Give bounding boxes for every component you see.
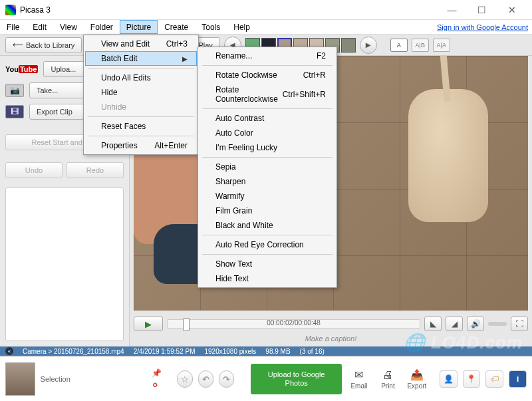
titlebar: Picasa 3 — ☐ ✕ bbox=[0, 0, 532, 20]
timeline-track[interactable]: 00:00:02/00:00:48 bbox=[167, 319, 420, 329]
batch-edit-item-warmify[interactable]: Warmify bbox=[200, 189, 335, 203]
email-icon: ✉ bbox=[354, 368, 363, 381]
caption-input[interactable]: Make a caption! bbox=[130, 334, 532, 346]
clear-selection-icon[interactable]: ⭘ bbox=[152, 380, 162, 390]
status-filesize: 98.9 MB bbox=[265, 348, 290, 355]
batch-edit-item-auto-contrast[interactable]: Auto Contrast bbox=[200, 111, 335, 126]
signin-link[interactable]: Sign in with Google Account bbox=[437, 20, 532, 34]
picture-menu-item-hide[interactable]: Hide bbox=[85, 85, 197, 100]
minimize-button[interactable]: — bbox=[437, 0, 467, 20]
batch-edit-item-rotate-counterclockwise[interactable]: Rotate CounterclockwiseCtrl+Shift+R bbox=[200, 82, 335, 106]
playback-bar: ▶ 00:00:02/00:00:48 ◣ ◢ 🔊 ⛶ bbox=[134, 313, 528, 334]
menu-item-shortcut: Ctrl+Shift+R bbox=[283, 90, 326, 99]
menu-folder[interactable]: Folder bbox=[84, 20, 120, 34]
batch-edit-item-black-and-white[interactable]: Black and White bbox=[200, 218, 335, 233]
volume-slider[interactable] bbox=[488, 322, 507, 326]
viewmode-compare-aa[interactable]: A|A bbox=[433, 39, 450, 52]
menu-item-label: Hide bbox=[101, 88, 118, 97]
status-datetime: 2/4/2019 1:59:52 PM bbox=[134, 348, 196, 355]
picture-menu-item-properties[interactable]: PropertiesAlt+Enter bbox=[85, 138, 197, 153]
batch-edit-item-auto-red-eye-correction[interactable]: Auto Red Eye Correction bbox=[200, 237, 335, 252]
export-icon: 📤 bbox=[410, 368, 424, 381]
timeline-play-button[interactable]: ▶ bbox=[134, 317, 163, 331]
menu-item-label: View and Edit bbox=[101, 39, 150, 49]
star-button[interactable]: ☆ bbox=[177, 370, 192, 388]
status-path: Camera > 20150726_210158.mp4 bbox=[23, 348, 124, 355]
export-tool[interactable]: 📤Export bbox=[405, 368, 428, 390]
menu-item-label: Undo All Edits bbox=[101, 73, 151, 82]
picture-menu-item-undo-all-edits[interactable]: Undo All Edits bbox=[85, 70, 197, 85]
email-label: Email bbox=[350, 382, 367, 390]
redo-button[interactable]: Redo bbox=[66, 162, 124, 178]
email-tool[interactable]: ✉Email bbox=[347, 368, 370, 390]
menu-picture[interactable]: Picture bbox=[120, 20, 158, 34]
batch-edit-item-rotate-clockwise[interactable]: Rotate ClockwiseCtrl+R bbox=[200, 68, 335, 82]
trim-start-button[interactable]: ◣ bbox=[424, 317, 442, 331]
volume-icon[interactable]: 🔊 bbox=[467, 317, 484, 331]
picture-menu-separator bbox=[88, 116, 194, 117]
upload-google-photos-button[interactable]: Upload to Google Photos bbox=[251, 364, 342, 394]
back-to-library-button[interactable]: ⟵ Back to Library bbox=[5, 37, 82, 53]
status-index: (3 of 16) bbox=[300, 348, 325, 355]
menu-help[interactable]: Help bbox=[227, 20, 257, 34]
submenu-arrow-icon: ▶ bbox=[182, 55, 188, 63]
trim-end-button[interactable]: ◢ bbox=[446, 317, 463, 331]
next-image-button[interactable]: ► bbox=[360, 37, 377, 54]
menu-item-label: Batch Edit bbox=[101, 54, 138, 63]
bottom-tray: Selection 📌 ⭘ ☆ ↶ ↷ Upload to Google Pho… bbox=[0, 356, 532, 401]
menu-item-label: Rotate Clockwise bbox=[215, 70, 277, 80]
rotate-ccw-button[interactable]: ↶ bbox=[198, 370, 213, 388]
hold-selection-icon[interactable]: 📌 bbox=[152, 368, 162, 378]
print-label: Print bbox=[381, 382, 395, 390]
batch-edit-item-i-m-feeling-lucky[interactable]: I'm Feeling Lucky bbox=[200, 140, 335, 155]
close-button[interactable]: ✕ bbox=[497, 0, 527, 20]
timeline-scrubber[interactable] bbox=[183, 318, 190, 331]
batch-edit-item-show-text[interactable]: Show Text bbox=[200, 257, 335, 271]
menu-item-label: Rename... bbox=[215, 51, 252, 61]
tray-thumbnail[interactable] bbox=[5, 362, 35, 396]
window-title: Picasa 3 bbox=[20, 5, 437, 15]
maximize-button[interactable]: ☐ bbox=[467, 0, 497, 20]
geotag-button[interactable]: 📍 bbox=[463, 370, 481, 388]
picture-menu-item-view-and-edit[interactable]: View and EditCtrl+3 bbox=[85, 37, 197, 51]
menu-view[interactable]: View bbox=[53, 20, 84, 34]
viewmode-single[interactable]: A bbox=[390, 39, 408, 52]
batch-edit-item-sepia[interactable]: Sepia bbox=[200, 160, 335, 174]
status-toggle-icon[interactable]: « bbox=[5, 347, 13, 355]
print-tool[interactable]: 🖨Print bbox=[376, 369, 400, 390]
status-dimensions: 1920x1080 pixels bbox=[204, 348, 256, 355]
selection-label: Selection bbox=[41, 375, 70, 383]
info-button[interactable]: i bbox=[509, 370, 527, 388]
menu-item-label: Unhide bbox=[101, 102, 126, 112]
batch-edit-separator bbox=[202, 65, 332, 66]
menu-create[interactable]: Create bbox=[158, 20, 195, 34]
picture-menu-item-batch-edit[interactable]: Batch Edit▶ bbox=[85, 51, 197, 66]
menu-item-shortcut: Ctrl+3 bbox=[166, 39, 188, 49]
tag-button[interactable]: 🏷 bbox=[485, 370, 503, 388]
app-icon bbox=[5, 5, 16, 15]
photo-cat bbox=[408, 89, 488, 222]
batch-edit-item-film-grain[interactable]: Film Grain bbox=[200, 203, 335, 218]
undo-button[interactable]: Undo bbox=[5, 162, 63, 178]
picture-menu-separator bbox=[88, 68, 194, 68]
thumb-7[interactable] bbox=[341, 38, 356, 53]
batch-edit-item-sharpen[interactable]: Sharpen bbox=[200, 174, 335, 189]
menu-tools[interactable]: Tools bbox=[195, 20, 227, 34]
batch-edit-item-auto-color[interactable]: Auto Color bbox=[200, 126, 335, 140]
menu-item-label: Rotate Counterclockwise bbox=[215, 85, 283, 104]
fullscreen-button[interactable]: ⛶ bbox=[511, 317, 528, 331]
picture-menu-item-reset-faces[interactable]: Reset Faces bbox=[85, 119, 197, 134]
menu-edit[interactable]: Edit bbox=[26, 20, 53, 34]
viewmode-compare-ab[interactable]: A|B bbox=[412, 39, 429, 52]
menu-item-label: Film Grain bbox=[215, 206, 252, 215]
menu-item-label: Auto Color bbox=[215, 128, 253, 138]
edits-well bbox=[5, 188, 124, 341]
menu-file[interactable]: File bbox=[0, 20, 26, 34]
people-tag-button[interactable]: 👤 bbox=[440, 370, 458, 388]
menu-item-label: Show Text bbox=[215, 259, 252, 269]
batch-edit-item-rename-[interactable]: Rename...F2 bbox=[200, 49, 335, 63]
batch-edit-submenu: Rename...F2Rotate ClockwiseCtrl+RRotate … bbox=[198, 47, 337, 288]
batch-edit-item-hide-text[interactable]: Hide Text bbox=[200, 271, 335, 286]
rotate-cw-button[interactable]: ↷ bbox=[219, 370, 234, 388]
menu-item-label: Auto Contrast bbox=[215, 114, 264, 123]
